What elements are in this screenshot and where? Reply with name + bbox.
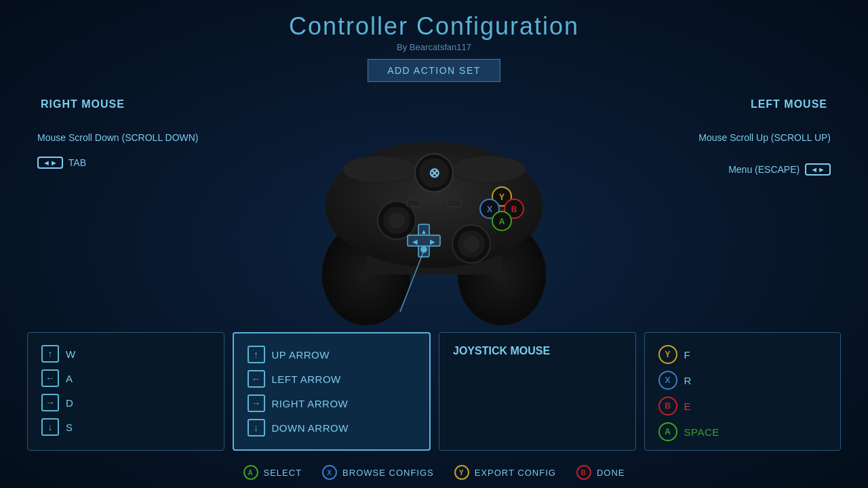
svg-point-33 — [420, 246, 427, 253]
svg-text:B: B — [511, 205, 517, 214]
svg-point-5 — [342, 156, 417, 183]
up-arrow-label: UP ARROW — [272, 349, 330, 361]
svg-text:X: X — [487, 205, 492, 214]
tab-badge: ◄► — [37, 157, 63, 169]
controller-svg: ⊗ ▲ ▼ ◀ ▶ Y — [292, 95, 576, 325]
panel-row: ↓ DOWN ARROW — [248, 419, 416, 436]
export-config-label: EXPORT CONFIG — [475, 468, 556, 478]
page: Controller Configuration By Bearcatsfan1… — [0, 0, 868, 488]
left-annotations: Mouse Scroll Down (SCROLL DOWN) ◄► TAB — [37, 132, 199, 182]
panel-row: A SPACE — [658, 422, 827, 441]
e-label: E — [684, 401, 692, 412]
select-label: SELECT — [264, 468, 302, 478]
svg-text:▶: ▶ — [430, 238, 435, 245]
bottom-panels: ↑ W ← A → D ↓ S ↑ UP ARROW ← — [27, 332, 841, 451]
w-label: W — [66, 348, 76, 360]
header-subtitle: By Bearcatsfan117 — [0, 42, 868, 52]
panel-row: X R — [658, 371, 827, 390]
add-action-set-button[interactable]: ADD ACTION SET — [368, 59, 500, 82]
down-arrow-icon: ↓ — [41, 418, 59, 436]
panel-row: ↓ S — [41, 418, 210, 436]
panel-row: → D — [41, 394, 210, 411]
right-arrow-icon: → — [248, 394, 265, 412]
r-label: R — [684, 375, 692, 386]
header: Controller Configuration By Bearcatsfan1… — [0, 0, 868, 82]
svg-text:A: A — [499, 217, 505, 226]
right-mouse-label: RIGHT MOUSE — [41, 98, 125, 110]
down-arrow-label: DOWN ARROW — [272, 422, 349, 434]
panel-row: ← A — [41, 369, 210, 387]
svg-point-6 — [451, 156, 526, 183]
y-button: Y — [658, 345, 677, 364]
b-circle: B — [576, 465, 591, 480]
panel-row: ← LEFT ARROW — [248, 370, 416, 388]
scroll-up-annotation: Mouse Scroll Up (SCROLL UP) — [698, 132, 831, 143]
joystick-panel: JOYSTICK MOUSE — [439, 332, 636, 451]
x-button: X — [658, 371, 677, 390]
controller-image: ⊗ ▲ ▼ ◀ ▶ Y — [292, 95, 576, 325]
browse-configs-label: BROWSE CONFIGS — [342, 468, 434, 478]
svg-text:Y: Y — [499, 192, 505, 202]
x-circle: X — [322, 465, 337, 480]
right-annotations: Mouse Scroll Up (SCROLL UP) Menu (ESCAPE… — [698, 132, 831, 189]
svg-point-12 — [389, 212, 405, 228]
tab-label: TAB — [68, 157, 86, 168]
left-mouse-label: LEFT MOUSE — [751, 98, 827, 110]
joystick-label: JOYSTICK MOUSE — [453, 345, 622, 357]
left-arrow-icon: ← — [248, 370, 265, 388]
a-button: A — [658, 422, 677, 441]
svg-point-15 — [463, 236, 479, 252]
b-button: B — [658, 396, 677, 415]
panel-row: → RIGHT ARROW — [248, 394, 416, 412]
svg-rect-30 — [448, 200, 461, 207]
a-circle: A — [243, 465, 258, 480]
menu-badge: ◄► — [805, 163, 831, 176]
export-config-action: Y EXPORT CONFIG — [454, 465, 556, 480]
a-label: A — [66, 373, 73, 384]
face-buttons-panel: Y F X R B E A SPACE — [644, 332, 842, 451]
menu-annotation: Menu (ESCAPE) ◄► — [698, 163, 831, 176]
tab-annotation: ◄► TAB — [37, 157, 199, 169]
svg-rect-31 — [407, 200, 420, 207]
bottom-bar: A SELECT X BROWSE CONFIGS Y EXPORT CONFI… — [0, 465, 868, 480]
panel-row: Y F — [658, 345, 827, 364]
space-label: SPACE — [684, 426, 719, 438]
select-action: A SELECT — [243, 465, 302, 480]
scroll-down-annotation: Mouse Scroll Down (SCROLL DOWN) — [37, 132, 199, 143]
svg-text:◀: ◀ — [412, 238, 418, 245]
panel-row: ↑ W — [41, 345, 210, 363]
wasd-panel: ↑ W ← A → D ↓ S — [27, 332, 224, 451]
page-title: Controller Configuration — [0, 12, 868, 41]
up-arrow-icon: ↑ — [41, 345, 59, 363]
arrow-keys-panel: ↑ UP ARROW ← LEFT ARROW → RIGHT ARROW ↓ … — [233, 332, 431, 451]
right-arrow-icon: → — [41, 394, 59, 411]
svg-text:⊗: ⊗ — [429, 165, 440, 180]
s-label: S — [66, 422, 73, 433]
done-action: B DONE — [576, 465, 625, 480]
svg-text:▲: ▲ — [420, 228, 427, 235]
done-label: DONE — [597, 468, 625, 478]
y-circle: Y — [454, 465, 469, 480]
d-label: D — [66, 397, 73, 409]
menu-label: Menu (ESCAPE) — [728, 164, 800, 175]
f-label: F — [684, 349, 691, 361]
down-arrow-icon: ↓ — [248, 419, 265, 436]
left-arrow-icon: ← — [41, 369, 59, 387]
right-arrow-label: RIGHT ARROW — [272, 398, 349, 409]
up-arrow-icon: ↑ — [248, 346, 265, 363]
left-arrow-label: LEFT ARROW — [272, 373, 341, 385]
panel-row: B E — [658, 396, 827, 415]
browse-configs-action: X BROWSE CONFIGS — [322, 465, 434, 480]
panel-row: ↑ UP ARROW — [248, 346, 416, 363]
